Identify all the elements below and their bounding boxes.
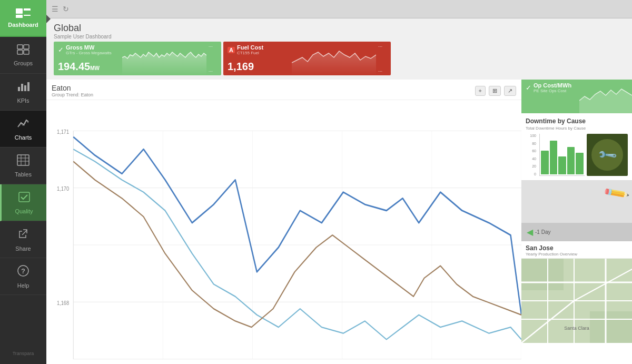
svg-rect-7 <box>27 82 29 91</box>
sidebar-item-tables[interactable]: Tables <box>0 147 46 184</box>
page-header: Global Sample User Dashboard <box>46 18 632 42</box>
svg-rect-3 <box>24 50 29 54</box>
downtime-subtitle: Total Downtime Hours by Cause <box>526 126 628 131</box>
sidebar: Dashboard Groups KPIs Charts Tables Qual… <box>0 0 46 364</box>
kpi-fuel-cost-alert: A <box>228 47 235 53</box>
chart-panel: Eaton Group Trend: Eaton + ⊞ ↗ <box>46 80 521 364</box>
kpi-fuel-cost-range: ------ <box>376 42 391 75</box>
sidebar-item-kpis[interactable]: KPIs <box>0 74 46 111</box>
svg-rect-13 <box>19 192 29 202</box>
downtime-panel: Downtime by Cause Total Downtime Hours b… <box>521 113 632 181</box>
sidebar-item-help-label: Help <box>17 282 29 289</box>
right-panel: ✓ Op Cost/MWh PE Site Ops Cost <box>521 80 632 364</box>
svg-rect-4 <box>18 87 20 91</box>
wrench-icon: 🔧 <box>597 144 618 166</box>
refresh-icon[interactable]: ↻ <box>63 5 69 13</box>
page-title: Global <box>54 23 625 34</box>
sidebar-item-kpis-label: KPIs <box>17 97 29 104</box>
topbar: ☰ ↻ <box>46 0 632 18</box>
sidebar-item-charts[interactable]: Charts <box>0 111 46 147</box>
svg-rect-5 <box>21 84 23 91</box>
svg-rect-37 <box>521 259 564 290</box>
sidebar-item-tables-label: Tables <box>15 171 32 178</box>
chart-header: Eaton Group Trend: Eaton + ⊞ ↗ <box>46 80 521 100</box>
back-arrow-icon: ◀ <box>527 227 533 237</box>
bar-1 <box>541 151 549 174</box>
svg-text:1,171: 1,171 <box>57 129 69 135</box>
page-subtitle: Sample User Dashboard <box>54 34 625 40</box>
main-content: ☰ ↻ Global Sample User Dashboard ✓ Gross… <box>46 0 632 364</box>
san-jose-header: San Jose Yearly Production Overview <box>521 241 632 259</box>
san-jose-panel: San Jose Yearly Production Overview <box>521 241 632 364</box>
charts-icon <box>17 117 29 132</box>
back-nav[interactable]: ◀ -1 Day <box>521 223 632 241</box>
downtime-y-axis: 100806040200 <box>526 134 537 176</box>
svg-text:Santa Clara: Santa Clara <box>564 326 589 331</box>
kpi-fuel-cost-title: Fuel Cost <box>237 44 263 51</box>
svg-rect-1 <box>24 45 29 49</box>
quality-icon <box>18 191 31 206</box>
svg-text:1,170: 1,170 <box>57 186 70 192</box>
kpi-bar: ✓ Gross MW GTrs - Gross Megawatts 194.45… <box>46 42 632 80</box>
transpara-text: Transpara <box>13 351 34 356</box>
help-icon: ? <box>17 264 29 280</box>
sidebar-item-quality[interactable]: Quality <box>0 184 46 221</box>
sidebar-item-quality-label: Quality <box>15 208 33 214</box>
sidebar-item-groups-label: Groups <box>14 60 33 66</box>
transpara-logo: Transpara <box>0 343 46 364</box>
bar-2 <box>550 141 558 174</box>
svg-text:1,168: 1,168 <box>57 300 70 307</box>
kpi-gross-mw-sparkline <box>122 42 206 75</box>
sidebar-item-groups[interactable]: Groups <box>0 37 46 74</box>
svg-rect-38 <box>590 311 632 343</box>
chart-title: Eaton <box>52 84 93 92</box>
pencil-icon: ✏️ <box>602 181 631 208</box>
chart-subtitle: Group Trend: Eaton <box>52 92 93 97</box>
downtime-circle: 🔧 <box>591 139 623 171</box>
san-jose-title: San Jose <box>526 244 628 252</box>
bar-5 <box>576 153 584 174</box>
chart-share-btn[interactable]: ↗ <box>504 86 516 96</box>
kpi-op-cost-check: ✓ <box>526 84 531 92</box>
kpis-icon <box>17 81 29 95</box>
sidebar-item-share[interactable]: Share <box>0 221 46 258</box>
kpi-gross-mw-subtitle: GTrs - Gross Megawatts <box>66 51 112 55</box>
chart-area: 1,171 1,170 1,168 20:50 21:00 21:10 21:2… <box>46 100 521 364</box>
svg-rect-2 <box>17 50 23 54</box>
logo-text: Dashboard <box>8 22 38 28</box>
kpi-fuel-cost-value: 1,169 <box>228 61 288 73</box>
kpi-gross-mw-value: 194.45MW <box>58 61 118 73</box>
downtime-image: 🔧 <box>587 134 628 176</box>
dashboard-logo[interactable]: Dashboard <box>0 0 46 37</box>
kpi-op-cost-sparkline <box>579 80 632 113</box>
tables-icon <box>17 154 29 169</box>
pencil-area: ✏️ <box>521 181 632 223</box>
downtime-title: Downtime by Cause <box>526 117 628 125</box>
sidebar-collapse-arrow[interactable] <box>46 15 51 23</box>
sidebar-item-share-label: Share <box>15 245 31 252</box>
sidebar-item-help[interactable]: ? Help <box>0 258 46 295</box>
kpi-fuel-cost-subtitle: CT155 Fuel <box>237 51 263 55</box>
kpi-op-cost[interactable]: ✓ Op Cost/MWh PE Site Ops Cost <box>521 80 632 113</box>
chart-actions: + ⊞ ↗ <box>475 86 516 96</box>
content-area: Global Sample User Dashboard ✓ Gross MW … <box>46 18 632 364</box>
sidebar-footer: Transpara <box>0 343 46 364</box>
chart-add-btn[interactable]: + <box>475 86 486 96</box>
sidebar-item-charts-label: Charts <box>15 134 32 141</box>
kpi-fuel-cost[interactable]: A Fuel Cost CT155 Fuel 1,169 <box>223 42 391 75</box>
san-jose-subtitle: Yearly Production Overview <box>526 252 628 257</box>
svg-line-14 <box>22 230 27 235</box>
kpi-gross-mw-check: ✓ <box>58 46 64 54</box>
menu-icon[interactable]: ☰ <box>52 5 58 13</box>
kpi-op-cost-subtitle: PE Site Ops Cost <box>534 88 571 93</box>
kpi-op-cost-title: Op Cost/MWh <box>534 82 571 88</box>
kpi-fuel-cost-sparkline <box>292 42 376 75</box>
kpi-gross-mw-title: Gross MW <box>66 44 112 51</box>
svg-rect-6 <box>24 85 26 91</box>
chart-grid-btn[interactable]: ⊞ <box>489 86 501 96</box>
back-nav-label: -1 Day <box>535 229 550 235</box>
bar-4 <box>567 147 575 175</box>
bar-3 <box>558 156 566 174</box>
share-icon <box>17 228 29 243</box>
kpi-gross-mw[interactable]: ✓ Gross MW GTrs - Gross Megawatts 194.45… <box>54 42 221 75</box>
